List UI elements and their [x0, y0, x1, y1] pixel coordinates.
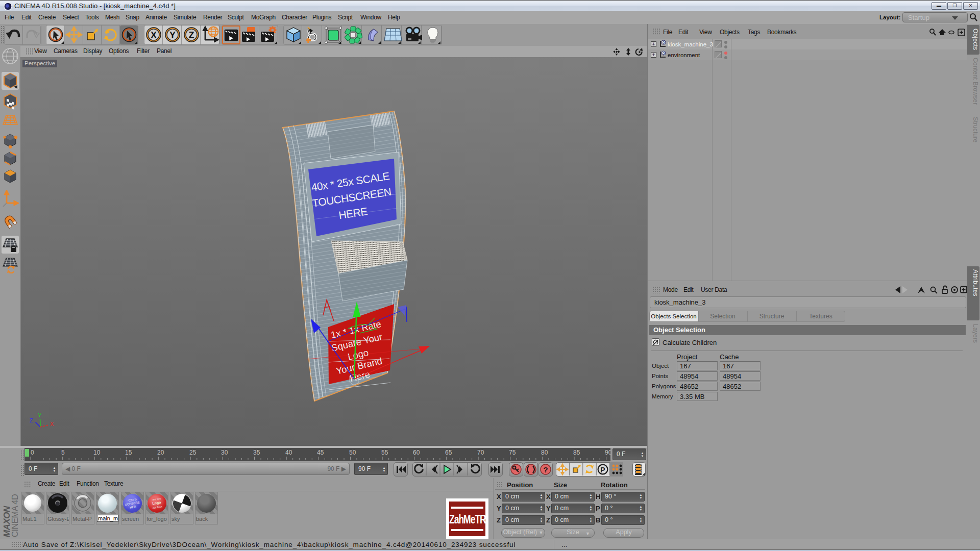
svg-text:80: 80	[541, 449, 548, 456]
svg-text:HER: HER	[130, 505, 137, 509]
svg-text:50: 50	[349, 449, 356, 456]
svg-text:60: 60	[413, 449, 420, 456]
svg-text:Z: Z	[30, 417, 33, 423]
svg-text:X: X	[50, 421, 54, 427]
svg-text:65: 65	[445, 449, 452, 456]
svg-text:10: 10	[93, 449, 101, 456]
svg-text:our Bran: our Bran	[152, 505, 162, 510]
svg-text:90: 90	[605, 449, 610, 456]
svg-text:45: 45	[317, 449, 324, 456]
svg-text:40: 40	[285, 449, 292, 456]
svg-text:0: 0	[31, 449, 34, 456]
svg-text:20: 20	[157, 449, 164, 456]
svg-text:Y: Y	[38, 412, 42, 418]
svg-text:70: 70	[477, 449, 484, 456]
svg-text:25: 25	[189, 449, 197, 456]
svg-text:15: 15	[125, 449, 132, 456]
svg-text:0: 0	[663, 40, 665, 45]
svg-text:55: 55	[381, 449, 388, 456]
svg-text:Z: Z	[189, 30, 194, 40]
svg-text:?: ?	[543, 465, 548, 474]
svg-text:85: 85	[573, 449, 580, 456]
svg-text:P: P	[600, 466, 605, 474]
svg-text:75: 75	[509, 449, 516, 456]
svg-text:X: X	[151, 30, 157, 40]
svg-text:5: 5	[61, 449, 65, 456]
svg-text:30: 30	[221, 449, 228, 456]
svg-text:35: 35	[253, 449, 260, 456]
svg-text:Y: Y	[169, 30, 176, 40]
svg-text:0: 0	[663, 51, 665, 56]
